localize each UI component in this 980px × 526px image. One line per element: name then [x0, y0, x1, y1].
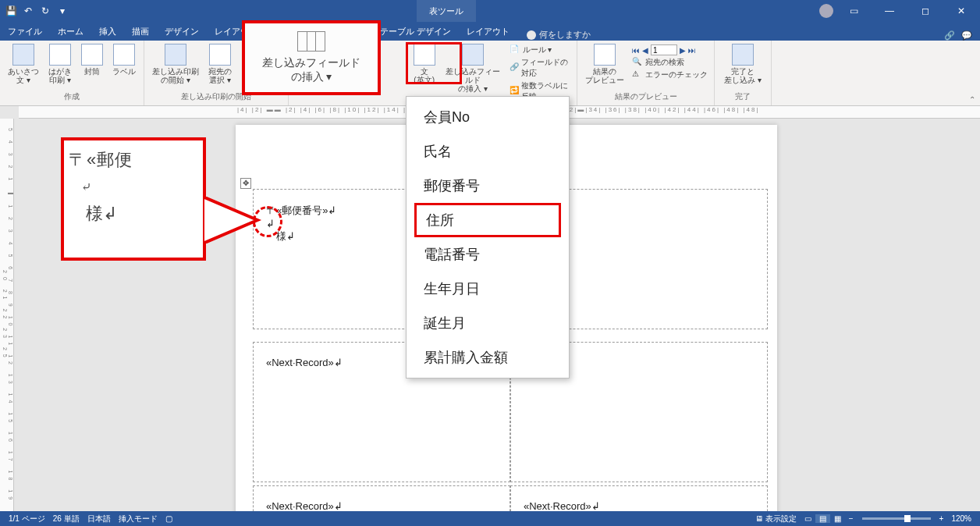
status-word-count[interactable]: 26 単語 [49, 514, 83, 524]
envelope-label: 封筒 [84, 67, 100, 76]
redo-icon[interactable]: ↻ [39, 5, 51, 17]
preview-line1: 〒«郵便 [69, 148, 198, 172]
qat-customize-icon[interactable]: ▾ [56, 5, 69, 17]
postcard-print-button[interactable]: はがき 印刷 ▾ [45, 42, 75, 86]
menu-item-name[interactable]: 氏名 [407, 134, 569, 169]
tab-table-design[interactable]: テーブル デザイン [372, 23, 459, 41]
annotation-label-preview: 〒«郵便 ⤶ 様↲ [61, 137, 206, 261]
zoom-slider[interactable] [862, 517, 931, 520]
lightbulb-icon [527, 30, 536, 40]
minimize-icon[interactable]: — [874, 0, 905, 22]
next-record-icon[interactable]: ▶ [680, 46, 686, 55]
zoom-slider-thumb[interactable] [904, 515, 911, 522]
status-bar: 1/1 ページ 26 単語 日本語 挿入モード ▢ 🖥表示設定 ▭ ▤ ▦ − … [0, 511, 980, 526]
status-insert-mode[interactable]: 挿入モード [115, 514, 162, 524]
comments-icon[interactable]: 💬 [961, 30, 972, 41]
rules-label: ルール ▾ [523, 44, 552, 55]
rules-button[interactable]: 📄ルール ▾ [510, 44, 552, 56]
vertical-ruler[interactable]: 5 4 3 2 1 ▬ 1 2 3 4 5 6 7 8 9 10 11 12 1… [0, 119, 14, 511]
merge-field-dropdown-menu: 会員No 氏名 郵便番号 住所 電話番号 生年月日 誕生月 累計購入金額 [406, 96, 570, 379]
tab-design[interactable]: デザイン [157, 23, 207, 41]
select-recipients-label: 宛先の 選択 ▾ [208, 67, 232, 84]
check-errors-button[interactable]: ⚠エラーのチェック [632, 69, 708, 81]
save-icon[interactable]: 💾 [5, 5, 17, 17]
zoom-in-icon[interactable]: + [936, 514, 948, 523]
ribbon-tabs: ファイル ホーム 挿入 描画 デザイン レイアウト 参考 開発 ヘルプ テーブル… [0, 22, 980, 41]
group-label-start: 差し込み印刷の開始 [181, 91, 251, 102]
display-settings-button[interactable]: 🖥表示設定 [751, 514, 801, 524]
insert-merge-field-label: 差し込みフィールド の挿入 ▾ [445, 67, 502, 93]
tab-file[interactable]: ファイル [0, 23, 50, 41]
label5-next-record: «Next·Record»↲ [266, 500, 343, 511]
match-fields-icon: 🔗 [510, 62, 519, 73]
menu-item-phone[interactable]: 電話番号 [407, 237, 569, 272]
label-button[interactable]: ラベル [109, 42, 139, 77]
table-tools-context: 表ツール [417, 0, 476, 22]
view-print-layout-icon[interactable]: ▤ [815, 514, 830, 523]
preview-results-button[interactable]: 結果の プレビュー [582, 42, 627, 86]
greeting-english-button[interactable]: 文 (英文) [410, 42, 439, 86]
greeting-text-label: あいさつ 文 ▾ [8, 67, 39, 84]
greeting-text-button[interactable]: あいさつ 文 ▾ [5, 42, 42, 86]
tell-me-search[interactable]: 何をしますか [527, 29, 591, 41]
undo-icon[interactable]: ↶ [22, 5, 34, 17]
prev-record-icon[interactable]: ◀ [642, 46, 648, 55]
merge-field-grid-icon [297, 31, 325, 52]
quick-access-toolbar: 💾 ↶ ↻ ▾ [0, 5, 73, 17]
window-controls: ▭ — ◻ ✕ [819, 0, 980, 22]
start-mailmerge-button[interactable]: 差し込み印刷 の開始 ▾ [149, 42, 202, 86]
insert-merge-field-button[interactable]: 差し込みフィールド の挿入 ▾ [442, 42, 505, 94]
menu-item-birthdate[interactable]: 生年月日 [407, 272, 569, 306]
macro-record-icon[interactable]: ▢ [162, 514, 176, 523]
find-recipient-icon: 🔍 [632, 57, 643, 68]
tab-home[interactable]: ホーム [50, 23, 91, 41]
collapse-ribbon-icon[interactable]: ⌃ [969, 95, 975, 104]
find-recipient-label: 宛先の検索 [645, 57, 684, 68]
share-icon[interactable]: 🔗 [944, 30, 955, 41]
label3-next-record: «Next·Record»↲ [266, 357, 343, 368]
zoom-out-icon[interactable]: − [845, 514, 858, 523]
display-settings-icon: 🖥 [755, 514, 763, 523]
view-read-mode-icon[interactable]: ▭ [801, 514, 815, 523]
display-settings-label: 表示設定 [765, 514, 797, 524]
finish-merge-label: 完了と 差し込み ▾ [724, 67, 762, 84]
menu-item-postal[interactable]: 郵便番号 [407, 169, 569, 203]
record-number-input[interactable] [651, 44, 677, 55]
maximize-icon[interactable]: ◻ [910, 0, 941, 22]
status-language[interactable]: 日本語 [83, 514, 115, 524]
annotation-arrow-icon [203, 197, 265, 243]
label-cell-6[interactable]: «Next·Record»↲ [510, 485, 768, 511]
ribbon-group-finish: 完了と 差し込み ▾ 完了 [715, 41, 772, 105]
check-errors-icon: ⚠ [632, 69, 643, 80]
match-fields-button[interactable]: 🔗フィールドの対応 [510, 56, 571, 80]
record-navigator: ⏮ ◀ ▶ ⏭ [632, 44, 696, 56]
label-cell-5[interactable]: «Next·Record»↲ [253, 485, 510, 511]
view-web-layout-icon[interactable]: ▦ [830, 514, 845, 523]
table-move-handle-icon[interactable]: ✥ [240, 178, 251, 189]
menu-item-birthmonth[interactable]: 誕生月 [407, 306, 569, 340]
label6-next-record: «Next·Record»↲ [524, 500, 600, 511]
group-label-preview: 結果のプレビュー [615, 91, 677, 102]
finish-merge-button[interactable]: 完了と 差し込み ▾ [719, 42, 766, 86]
menu-item-total-purchase[interactable]: 累計購入金額 [407, 340, 569, 375]
tell-me-label: 何をしますか [539, 29, 591, 41]
start-mailmerge-label: 差し込み印刷 の開始 ▾ [152, 67, 199, 84]
menu-item-member-no[interactable]: 会員No [407, 100, 569, 134]
find-recipient-button[interactable]: 🔍宛先の検索 [632, 56, 684, 69]
zoom-level[interactable]: 120% [947, 514, 975, 523]
first-record-icon[interactable]: ⏮ [632, 46, 640, 55]
status-page[interactable]: 1/1 ページ [5, 514, 49, 524]
preview-results-label: 結果の プレビュー [585, 67, 624, 84]
last-record-icon[interactable]: ⏭ [688, 46, 696, 55]
tab-table-layout[interactable]: レイアウト [459, 23, 517, 41]
tab-insert[interactable]: 挿入 [91, 23, 124, 41]
ribbon-display-options-icon[interactable]: ▭ [838, 0, 869, 22]
select-recipients-button[interactable]: 宛先の 選択 ▾ [205, 42, 235, 86]
ribbon-group-create: あいさつ 文 ▾ はがき 印刷 ▾ 封筒 ラベル 作成 [0, 41, 144, 105]
menu-item-address[interactable]: 住所 [414, 203, 561, 237]
tab-draw[interactable]: 描画 [124, 23, 157, 41]
greeting-english-label: 文 (英文) [414, 67, 435, 84]
account-avatar-icon[interactable] [819, 4, 833, 18]
envelope-button[interactable]: 封筒 [78, 42, 106, 77]
close-icon[interactable]: ✕ [946, 0, 977, 22]
